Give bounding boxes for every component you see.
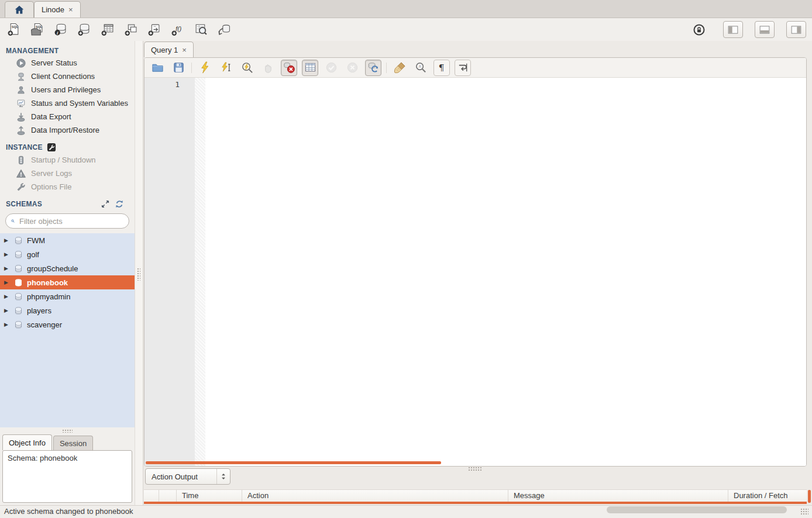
word-wrap-icon [457, 61, 469, 74]
expander-icon[interactable]: ▶ [4, 252, 10, 257]
open-sql-script-button[interactable] [149, 60, 166, 76]
database-plus-icon [77, 23, 91, 36]
sidebar-item-label: Users and Privileges [31, 85, 101, 94]
sidebar-item-status-system-variables[interactable]: Status and System Variables [0, 96, 135, 110]
home-tab[interactable] [5, 1, 34, 18]
create-function-button[interactable]: f() [170, 22, 185, 37]
connection-tab-linode[interactable]: Linode × [34, 1, 81, 18]
expander-icon[interactable]: ▶ [4, 266, 10, 271]
column-header-index[interactable] [159, 490, 177, 502]
schema-name: scavenger [27, 320, 62, 329]
management-title-text: MANAGEMENT [6, 47, 59, 55]
expander-icon[interactable]: ▶ [4, 238, 10, 243]
sidebar-item-server-logs[interactable]: Server Logs [0, 167, 135, 180]
expander-icon[interactable]: ▶ [4, 294, 10, 299]
expand-schemas-icon[interactable] [101, 199, 110, 209]
column-header-icon[interactable] [144, 490, 159, 502]
expander-icon[interactable]: ▶ [4, 308, 10, 313]
sidebar-splitter-handle[interactable] [0, 427, 135, 434]
refresh-schemas-icon[interactable] [115, 199, 124, 209]
selected-output-row[interactable] [144, 502, 807, 504]
sidebar-item-label: Options File [31, 182, 71, 191]
sidebar-item-options-file[interactable]: Options File [0, 180, 135, 194]
toggle-invisible-characters-button[interactable]: ¶ [433, 60, 450, 76]
object-info-panel: Schema: phonebook [2, 450, 132, 503]
commit-button[interactable] [323, 60, 339, 76]
schema-icon [14, 264, 23, 273]
schema-icon [14, 320, 23, 329]
save-sql-script-button[interactable] [170, 60, 187, 76]
toggle-word-wrap-button[interactable] [455, 60, 471, 76]
new-sql-icon: SQL [7, 23, 20, 36]
column-header-message[interactable]: Message [508, 490, 728, 502]
tab-query-1[interactable]: Query 1 × [144, 42, 194, 57]
schema-row-groupschedule[interactable]: ▶ groupSchedule [0, 261, 135, 275]
create-schema-button[interactable] [76, 22, 91, 37]
sidebar-item-data-export[interactable]: Data Export [0, 110, 135, 123]
create-view-button[interactable] [123, 22, 138, 37]
instance-section-title: INSTANCE [0, 141, 135, 153]
table-plus-icon [101, 23, 114, 36]
schema-row-players[interactable]: ▶ players [0, 303, 135, 317]
schema-inspector-button[interactable]: i [53, 22, 68, 37]
schema-row-golf[interactable]: ▶ golf [0, 247, 135, 261]
procedure-plus-icon [147, 23, 161, 36]
sidebar-item-client-connections[interactable]: Client Connections [0, 70, 135, 83]
editor-horizontal-scrollbar[interactable] [146, 461, 441, 464]
main-toolbar: SQL SQL i f() [0, 18, 812, 41]
explain-plan-button[interactable] [239, 60, 255, 76]
view-plus-icon [124, 23, 137, 36]
sidebar-item-server-status[interactable]: Server Status [0, 56, 135, 70]
output-horizontal-scrollbar[interactable] [607, 506, 787, 513]
limit-rows-button[interactable] [302, 60, 318, 76]
connection-tab-close-icon[interactable]: × [68, 6, 73, 13]
toggle-right-panel-button[interactable] [786, 21, 806, 38]
execute-current-statement-button[interactable] [218, 60, 234, 76]
save-icon [173, 61, 185, 74]
column-header-time[interactable]: Time [177, 490, 242, 502]
sql-editor-body[interactable]: 1 [144, 78, 806, 466]
sql-text-area[interactable] [205, 78, 806, 466]
schema-filter-box[interactable] [5, 213, 129, 229]
lock-status-button[interactable] [691, 22, 707, 37]
sidebar-item-users-privileges[interactable]: Users and Privileges [0, 83, 135, 96]
output-type-select[interactable]: Action Output [145, 468, 230, 485]
window-resize-grip[interactable] [800, 508, 808, 515]
tab-object-info[interactable]: Object Info [2, 434, 52, 450]
output-vertical-scrollbar[interactable] [808, 490, 811, 503]
toggle-stop-on-error-button[interactable] [281, 60, 297, 76]
schema-row-phpmyadmin[interactable]: ▶ phpmyadmin [0, 289, 135, 303]
schema-row-phonebook[interactable]: ▶ phonebook [0, 275, 135, 289]
find-panel-button[interactable]: A [412, 60, 429, 76]
toggle-bottom-panel-button[interactable] [755, 21, 775, 38]
expander-icon[interactable]: ▶ [4, 322, 10, 327]
reconnect-dbms-button[interactable] [216, 22, 232, 37]
schemas-title-text: SCHEMAS [6, 200, 42, 208]
schema-filter-input[interactable] [18, 216, 123, 226]
sidebar-item-data-import[interactable]: Data Import/Restore [0, 123, 135, 137]
create-table-button[interactable] [99, 22, 115, 37]
open-sql-file-button[interactable]: SQL [29, 22, 44, 37]
search-table-data-button[interactable] [193, 22, 208, 37]
tab-session[interactable]: Session [53, 436, 93, 450]
sidebar-main-splitter[interactable] [135, 41, 143, 505]
output-panel: Action Output Time Action Message Durati… [144, 467, 812, 505]
column-header-duration[interactable]: Duration / Fetch [728, 490, 807, 502]
toggle-left-panel-button[interactable] [723, 21, 743, 38]
rollback-button[interactable] [344, 60, 360, 76]
create-procedure-button[interactable] [146, 22, 161, 37]
stop-query-button[interactable] [260, 60, 276, 76]
spinner-arrows-icon[interactable] [216, 469, 230, 484]
schema-row-fwm[interactable]: ▶ FWM [0, 233, 135, 247]
column-header-action[interactable]: Action [242, 490, 508, 502]
toggle-autocommit-button[interactable] [365, 60, 381, 76]
execute-query-button[interactable] [197, 60, 213, 76]
beautify-script-button[interactable] [391, 60, 408, 76]
wrench-badge-icon[interactable] [47, 143, 56, 152]
expander-icon[interactable]: ▶ [4, 280, 10, 285]
query-tab-close-icon[interactable]: × [182, 46, 187, 54]
new-query-tab-button[interactable]: SQL [6, 22, 21, 37]
sidebar-item-startup-shutdown[interactable]: Startup / Shutdown [0, 153, 135, 167]
schema-row-scavenger[interactable]: ▶ scavenger [0, 317, 135, 331]
commit-check-icon [325, 61, 338, 74]
